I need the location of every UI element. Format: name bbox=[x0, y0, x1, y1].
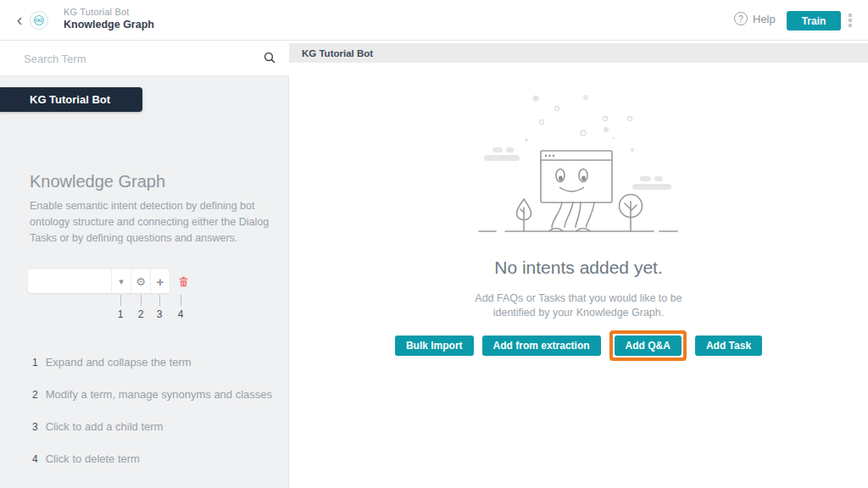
train-button[interactable]: Train bbox=[787, 11, 841, 30]
connector-line-4 bbox=[181, 295, 181, 306]
connector-line-1 bbox=[120, 295, 121, 306]
bot-avatar-icon bbox=[30, 11, 48, 30]
top-header: ‹ KG Tutorial Bot Knowledge Graph ? Help… bbox=[0, 0, 868, 41]
legend-text: Modify a term, manage synonyms and class… bbox=[46, 388, 272, 401]
breadcrumb-bar: KG Tutorial Bot bbox=[289, 43, 868, 63]
settings-gear-icon: ⚙ bbox=[131, 269, 150, 293]
back-icon[interactable]: ‹ bbox=[10, 10, 29, 30]
sad-browser-illustration bbox=[477, 88, 681, 236]
expand-collapse-caret-icon: ▾ bbox=[111, 269, 131, 293]
search-row bbox=[0, 41, 289, 76]
main-panel: KG Tutorial Bot bbox=[289, 41, 868, 488]
kebab-menu-icon[interactable] bbox=[849, 14, 852, 27]
add-child-plus-icon: + bbox=[150, 269, 170, 293]
add-from-extraction-button[interactable]: Add from extraction bbox=[482, 336, 601, 356]
add-qna-highlight-ring: Add Q&A bbox=[609, 330, 687, 361]
kg-tutorial-bot-app: ‹ KG Tutorial Bot Knowledge Graph ? Help… bbox=[0, 0, 868, 488]
legend-num: 3 bbox=[32, 421, 38, 433]
diagram-number-1: 1 bbox=[115, 308, 125, 320]
knowledge-graph-sidebar: KG Tutorial Bot Knowledge Graph Enable s… bbox=[0, 41, 289, 488]
legend-text: Click to add a child term bbox=[46, 420, 164, 433]
help-label: Help bbox=[753, 13, 776, 25]
legend-item-2: 2 Modify a term, manage synonyms and cla… bbox=[32, 388, 272, 401]
help-button[interactable]: ? Help bbox=[734, 12, 776, 25]
empty-state-title: No intents added yet. bbox=[289, 258, 868, 278]
empty-state-subtitle-line2: identified by your Knowledge Graph. bbox=[289, 307, 868, 319]
delete-trash-icon bbox=[175, 273, 192, 290]
diagram-number-4: 4 bbox=[175, 308, 186, 320]
legend-item-1: 1 Expand and collapse the term bbox=[32, 356, 192, 369]
legend-num: 4 bbox=[32, 453, 38, 465]
empty-state-subtitle-line1: Add FAQs or Tasks that you would like to… bbox=[289, 292, 868, 304]
legend-num: 2 bbox=[32, 389, 38, 401]
sidebar-section-title: Knowledge Graph bbox=[30, 172, 165, 191]
root-term-node[interactable]: KG Tutorial Bot bbox=[0, 87, 142, 112]
connector-line-2 bbox=[141, 295, 142, 306]
empty-state-actions: Bulk Import Add from extraction Add Q&A … bbox=[289, 327, 868, 364]
bulk-import-button[interactable]: Bulk Import bbox=[395, 336, 474, 356]
term-input-area bbox=[28, 269, 111, 293]
sidebar-description: Enable semantic intent detection by defi… bbox=[30, 198, 273, 247]
breadcrumb: KG Tutorial Bot bbox=[302, 48, 373, 58]
legend-item-4: 4 Click to delete term bbox=[32, 452, 140, 465]
legend-num: 1 bbox=[32, 357, 38, 369]
search-term-input[interactable] bbox=[24, 47, 244, 69]
legend-item-3: 3 Click to add a child term bbox=[32, 420, 163, 433]
diagram-number-2: 2 bbox=[136, 308, 146, 320]
legend-text: Expand and collapse the term bbox=[46, 356, 192, 369]
add-task-button[interactable]: Add Task bbox=[695, 336, 762, 356]
connector-line-3 bbox=[159, 295, 160, 306]
diagram-number-3: 3 bbox=[154, 308, 164, 320]
header-bot-name: KG Tutorial Bot bbox=[64, 7, 154, 17]
search-icon[interactable] bbox=[264, 52, 275, 64]
add-qna-button[interactable]: Add Q&A bbox=[615, 336, 682, 356]
header-titles: KG Tutorial Bot Knowledge Graph bbox=[64, 7, 154, 30]
empty-state-illustration bbox=[289, 88, 868, 236]
term-box: ▾ ⚙ + bbox=[28, 269, 170, 293]
term-controls-diagram: ▾ ⚙ + 1 bbox=[28, 269, 198, 363]
legend-text: Click to delete term bbox=[46, 452, 140, 465]
help-icon: ? bbox=[734, 12, 748, 25]
bot-logo-glyph bbox=[31, 13, 47, 28]
header-page-title: Knowledge Graph bbox=[64, 19, 154, 30]
